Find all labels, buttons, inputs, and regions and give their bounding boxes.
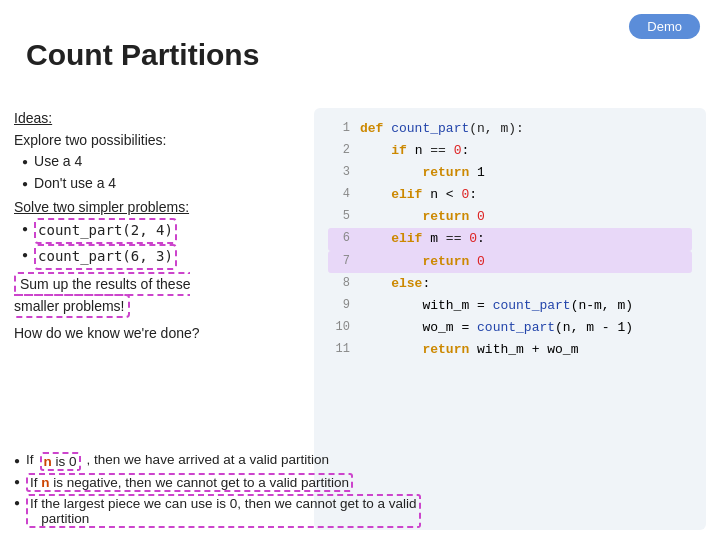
- code-line-6: 6 elif m == 0:: [328, 228, 692, 250]
- bullet-dont-use-a-4: Don't use a 4: [22, 173, 304, 195]
- bottom-bullet-1: If n is 0, then we have arrived at a val…: [14, 452, 706, 471]
- ideas-label: Ideas:: [14, 108, 304, 130]
- page-title: Count Partitions: [26, 38, 259, 72]
- code-line-10: 10 wo_m = count_part(n, m - 1): [328, 317, 692, 339]
- code-line-1: 1 def count_part(n, m):: [328, 118, 692, 140]
- demo-badge: Demo: [629, 14, 700, 39]
- code-line-7: 7 return 0: [328, 251, 692, 273]
- code-line-9: 9 with_m = count_part(n-m, m): [328, 295, 692, 317]
- explore-line: Explore two possibilities:: [14, 130, 304, 152]
- code-line-8: 8 else:: [328, 273, 692, 295]
- how-done-line: How do we know we're done?: [14, 323, 304, 345]
- solve-bullets: count_part(2, 4) count_part(6, 3): [14, 218, 304, 269]
- bottom-bullet-2: If n is negative, then we cannot get to …: [14, 473, 706, 492]
- bullet-count-part-2-4: count_part(2, 4): [22, 218, 304, 244]
- bottom-bullet-list: If n is 0, then we have arrived at a val…: [14, 452, 706, 528]
- bottom-section: If n is 0, then we have arrived at a val…: [14, 452, 706, 530]
- code-line-11: 11 return with_m + wo_m: [328, 339, 692, 361]
- solve-line: Solve two simpler problems:: [14, 197, 304, 219]
- code-line-3: 3 return 1: [328, 162, 692, 184]
- sum-results-block: Sum up the results of these smaller prob…: [14, 274, 304, 317]
- bullet-use-a-4: Use a 4: [22, 151, 304, 173]
- explore-bullets: Use a 4 Don't use a 4: [14, 151, 304, 194]
- bottom-bullet-3: If the largest piece we can use is 0, th…: [14, 494, 706, 528]
- code-line-2: 2 if n == 0:: [328, 140, 692, 162]
- bullet-count-part-6-3: count_part(6, 3): [22, 244, 304, 270]
- code-line-4: 4 elif n < 0:: [328, 184, 692, 206]
- code-line-5: 5 return 0: [328, 206, 692, 228]
